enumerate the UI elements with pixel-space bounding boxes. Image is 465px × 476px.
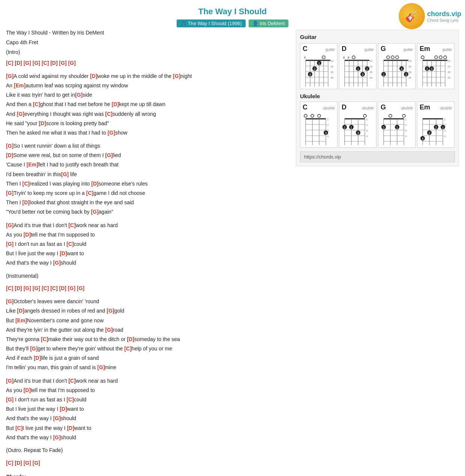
svg-text:3: 3 bbox=[309, 73, 311, 76]
ukulele-section: Ukulele C ukulele bbox=[300, 93, 455, 148]
svg-text:3fr: 3fr bbox=[444, 129, 446, 132]
svg-text:1fr: 1fr bbox=[327, 118, 329, 121]
written-by: The Way I Should - Written by Iris DeMen… bbox=[6, 30, 288, 36]
svg-text:2fr: 2fr bbox=[369, 65, 372, 68]
chord-em-ukulele-svg: 1fr 2fr 3fr 4fr 4 3 bbox=[420, 112, 446, 146]
svg-text:4fr: 4fr bbox=[330, 76, 333, 79]
svg-text:1fr: 1fr bbox=[369, 59, 372, 63]
svg-text:1fr: 1fr bbox=[405, 118, 407, 121]
svg-point-131 bbox=[363, 114, 366, 117]
svg-text:1fr: 1fr bbox=[366, 118, 368, 121]
svg-point-64 bbox=[387, 56, 390, 59]
svg-point-107 bbox=[304, 114, 307, 117]
chord-c-guitar: C guitar bbox=[300, 43, 338, 89]
chord-em-guitar: Em guitar bbox=[417, 43, 454, 89]
verse2: [G]So I went runnin' down a list of thin… bbox=[6, 141, 288, 217]
svg-point-150 bbox=[402, 114, 405, 117]
chord-g-guitar: G guitar bbox=[378, 43, 416, 89]
svg-text:4fr: 4fr bbox=[444, 135, 446, 138]
svg-text:2fr: 2fr bbox=[327, 123, 329, 127]
chord-c-ukulele-svg: 1fr 2fr 3fr 4fr 3 bbox=[303, 112, 329, 146]
svg-text:4fr: 4fr bbox=[405, 135, 407, 138]
chords-info: Chords: C X32010D XX0232Em 022000G 32003… bbox=[6, 474, 288, 476]
svg-text:3fr: 3fr bbox=[369, 70, 372, 74]
svg-text:2fr: 2fr bbox=[366, 123, 368, 127]
svg-text:2fr: 2fr bbox=[408, 65, 411, 68]
intro-chords-line: [C] [D] [G] [G] [C] [D] [G] [G] bbox=[6, 59, 288, 68]
chord-g-ukulele: G ukulele bbox=[378, 102, 416, 148]
svg-text:4fr: 4fr bbox=[327, 135, 329, 138]
svg-text:4: 4 bbox=[400, 67, 402, 71]
svg-text:3: 3 bbox=[430, 67, 432, 71]
verse1: [G]A cold wind against my shoulder [D]wo… bbox=[6, 72, 288, 138]
main-content: The Way I Should - Written by Iris DeMen… bbox=[4, 30, 461, 476]
svg-text:1: 1 bbox=[442, 126, 444, 129]
svg-text:x: x bbox=[343, 55, 345, 59]
chord-d-guitar-svg: 1fr 2fr 3fr 4fr x x bbox=[342, 54, 372, 87]
svg-point-147 bbox=[389, 114, 392, 117]
svg-text:1fr: 1fr bbox=[408, 59, 411, 63]
svg-text:1fr: 1fr bbox=[444, 118, 446, 121]
svg-text:3: 3 bbox=[357, 131, 359, 135]
svg-point-93 bbox=[444, 56, 447, 59]
chord-c-ukulele: C ukulele bbox=[300, 102, 338, 148]
svg-text:1fr: 1fr bbox=[330, 59, 333, 63]
svg-point-108 bbox=[311, 114, 314, 117]
svg-text:3: 3 bbox=[405, 73, 407, 76]
logo-sub: Chord Song Lyric bbox=[427, 18, 459, 22]
chord-g-guitar-svg: 1fr 2fr 3fr 4fr 2 bbox=[381, 54, 411, 87]
outro-label: (Outro. Repeat To Fade) bbox=[6, 446, 288, 455]
svg-point-22 bbox=[322, 56, 325, 59]
intro-label: (Intro) bbox=[6, 49, 288, 55]
svg-text:2: 2 bbox=[382, 73, 384, 76]
chord-em-guitar-svg: 1fr 2fr 3fr 4fr 2 bbox=[420, 54, 450, 87]
logo: 🎸 chords.vip Chord Song Lyric bbox=[399, 3, 461, 29]
lyrics-column: The Way I Should - Written by Iris DeMen… bbox=[6, 30, 288, 476]
svg-point-65 bbox=[391, 56, 394, 59]
page-title: The Way I Should bbox=[4, 7, 461, 16]
svg-text:2: 2 bbox=[314, 67, 315, 71]
ukulele-diagrams: C ukulele bbox=[300, 102, 455, 148]
logo-icon: 🎸 bbox=[399, 3, 425, 29]
svg-text:3fr: 3fr bbox=[408, 70, 411, 74]
chords-panel-column: Guitar C guitar bbox=[296, 30, 459, 476]
guitar-diagrams: C guitar bbox=[300, 43, 455, 89]
chord-g-ukulele-svg: 1fr 2fr 3fr 4fr 2 bbox=[381, 112, 407, 146]
svg-text:2: 2 bbox=[382, 126, 384, 129]
capo-info: Capo 4th Fret bbox=[6, 39, 288, 45]
svg-point-91 bbox=[435, 56, 438, 59]
svg-text:3fr: 3fr bbox=[330, 70, 333, 74]
ukulele-label: Ukulele bbox=[300, 93, 455, 99]
svg-point-92 bbox=[439, 56, 442, 59]
svg-text:3: 3 bbox=[325, 131, 327, 135]
svg-point-86 bbox=[421, 56, 424, 59]
svg-text:1: 1 bbox=[350, 126, 352, 129]
song-badge[interactable]: 🎵 The Way I Should (1996) bbox=[177, 19, 246, 27]
svg-text:1: 1 bbox=[357, 67, 359, 71]
music-icon: 🎵 bbox=[180, 21, 186, 26]
artist-badge[interactable]: 👤 Iris DeMent bbox=[249, 19, 288, 27]
svg-text:2: 2 bbox=[426, 67, 428, 71]
chorus1: [G]And it's true that I don't [C]work ne… bbox=[6, 221, 288, 268]
svg-text:2fr: 2fr bbox=[447, 65, 450, 68]
svg-text:1: 1 bbox=[318, 61, 320, 65]
svg-text:3: 3 bbox=[428, 131, 430, 135]
instrumental-label: (Instrumental) bbox=[6, 272, 288, 281]
svg-text:2fr: 2fr bbox=[330, 65, 333, 68]
url-bar: https://chords.vip bbox=[300, 151, 455, 162]
svg-text:4fr: 4fr bbox=[369, 76, 372, 79]
svg-text:1: 1 bbox=[396, 126, 398, 129]
chords-panel: Guitar C guitar bbox=[296, 30, 459, 166]
svg-text:3fr: 3fr bbox=[447, 70, 450, 74]
svg-text:4fr: 4fr bbox=[447, 76, 450, 79]
logo-brand: chords.vip bbox=[427, 10, 461, 18]
chord-d-ukulele-svg: 1fr 2fr 3fr 4fr 2 1 bbox=[342, 112, 368, 146]
svg-text:4: 4 bbox=[422, 137, 423, 141]
chords-list-title: Chords: bbox=[6, 474, 288, 476]
instrumental-chords: [C] [D] [G] [G] [C] [C] [D] [G] [G] bbox=[6, 284, 288, 293]
svg-text:3fr: 3fr bbox=[405, 129, 407, 132]
guitar-section: Guitar C guitar bbox=[300, 34, 455, 89]
chord-em-ukulele: Em ukulele bbox=[417, 102, 454, 148]
svg-text:3: 3 bbox=[362, 73, 363, 76]
chord-d-guitar: D guitar bbox=[339, 43, 376, 89]
